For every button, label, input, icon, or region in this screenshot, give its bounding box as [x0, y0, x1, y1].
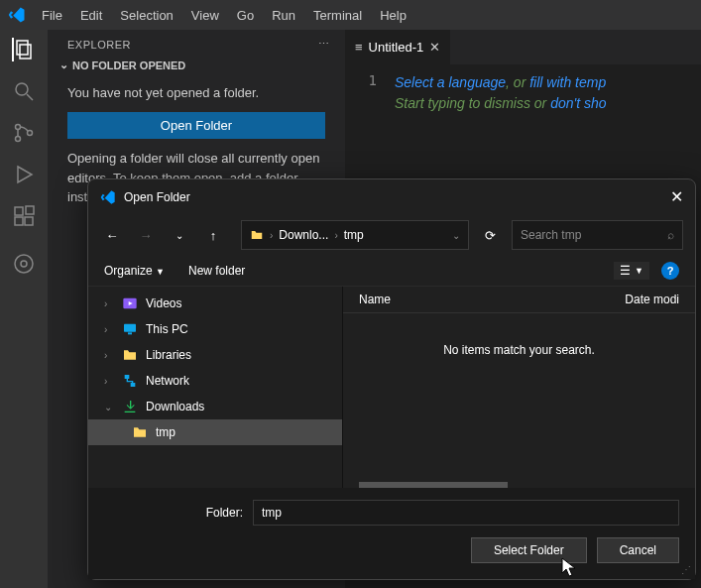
folder-icon: [250, 228, 264, 242]
svg-rect-8: [15, 217, 23, 225]
nav-up-icon[interactable]: ↑: [201, 223, 225, 247]
new-folder-button[interactable]: New folder: [188, 264, 245, 278]
crumb-downloads[interactable]: Downlo...: [279, 228, 328, 242]
close-tab-icon[interactable]: ✕: [429, 40, 440, 55]
editor-placeholder[interactable]: Select a language, or fill with temp Sta…: [395, 72, 607, 114]
menu-selection[interactable]: Selection: [112, 4, 180, 27]
svg-point-4: [16, 125, 21, 130]
column-name[interactable]: Name: [359, 293, 625, 306]
remote-icon[interactable]: [12, 252, 36, 276]
organize-button[interactable]: Organize ▼: [104, 264, 165, 278]
source-control-icon[interactable]: [12, 121, 36, 145]
svg-point-2: [16, 83, 28, 95]
svg-rect-9: [25, 217, 33, 225]
horizontal-scrollbar[interactable]: [359, 482, 508, 488]
chevron-right-icon: ›: [104, 298, 114, 309]
tree-item-libraries[interactable]: ›Libraries: [88, 342, 342, 368]
search-icon[interactable]: [12, 79, 36, 103]
run-debug-icon[interactable]: [12, 163, 36, 186]
empty-message: No items match your search.: [343, 313, 695, 387]
help-icon[interactable]: ?: [661, 262, 679, 280]
tree-item-network[interactable]: ›Network: [88, 368, 342, 394]
search-placeholder: Search tmp: [521, 228, 581, 242]
no-folder-section[interactable]: ⌄ NO FOLDER OPENED: [48, 55, 345, 75]
network-icon: [122, 373, 138, 389]
download-icon: [122, 399, 138, 414]
chevron-down-icon: ▼: [156, 267, 165, 277]
refresh-icon[interactable]: ⟳: [485, 228, 496, 243]
folder-tree: ›Videos ›This PC ›Libraries ›Network ⌄Do…: [88, 287, 342, 488]
extensions-icon[interactable]: [12, 204, 36, 228]
chevron-right-icon: ›: [270, 230, 273, 241]
activity-bar: [0, 30, 48, 588]
menu-go[interactable]: Go: [229, 4, 262, 27]
svg-rect-1: [20, 45, 31, 59]
section-label: NO FOLDER OPENED: [72, 59, 185, 71]
search-icon: ⌕: [667, 228, 674, 242]
menu-view[interactable]: View: [183, 4, 227, 27]
menu-run[interactable]: Run: [264, 4, 303, 27]
svg-rect-17: [131, 383, 136, 387]
crumb-tmp[interactable]: tmp: [344, 228, 364, 242]
chevron-right-icon: ›: [104, 350, 114, 361]
svg-rect-7: [15, 207, 23, 215]
chevron-down-icon: ⌄: [104, 402, 114, 412]
svg-point-12: [21, 261, 27, 267]
cancel-button[interactable]: Cancel: [597, 537, 679, 563]
tree-item-downloads[interactable]: ⌄Downloads: [88, 394, 342, 419]
resize-grip-icon[interactable]: ⋰: [681, 564, 691, 575]
line-number: 1: [345, 72, 395, 114]
open-folder-button[interactable]: Open Folder: [67, 112, 325, 139]
chevron-down-icon[interactable]: ⌄: [452, 230, 460, 241]
chevron-down-icon: ⌄: [59, 59, 68, 71]
more-icon[interactable]: ⋯: [318, 38, 330, 51]
pc-icon: [122, 321, 138, 337]
explorer-title: EXPLORER: [67, 39, 131, 51]
svg-point-6: [28, 131, 33, 136]
svg-rect-14: [124, 324, 136, 332]
videos-icon: [122, 295, 138, 311]
svg-line-3: [27, 94, 33, 100]
vscode-logo-icon: [8, 6, 26, 24]
select-folder-button[interactable]: Select Folder: [471, 537, 587, 563]
path-breadcrumb[interactable]: › Downlo... › tmp ⌄: [241, 220, 469, 250]
folder-icon: [122, 347, 138, 363]
nav-back-icon[interactable]: ←: [100, 223, 124, 247]
tree-item-thispc[interactable]: ›This PC: [88, 316, 342, 342]
column-date[interactable]: Date modi: [625, 293, 679, 306]
vscode-logo-icon: [100, 189, 116, 205]
chevron-right-icon: ›: [104, 324, 114, 335]
folder-field-label: Folder:: [104, 506, 243, 520]
menu-file[interactable]: File: [34, 4, 70, 27]
folder-name-input[interactable]: [253, 500, 679, 526]
tab-label: Untitled-1: [369, 40, 424, 55]
view-mode-button[interactable]: ☰ ▼: [614, 262, 649, 280]
svg-point-5: [16, 137, 21, 142]
menu-edit[interactable]: Edit: [72, 4, 110, 27]
svg-rect-16: [125, 375, 130, 379]
tree-item-tmp[interactable]: tmp: [88, 419, 342, 445]
editor-tabs: ≡ Untitled-1 ✕: [345, 30, 701, 64]
svg-rect-15: [128, 332, 132, 334]
explorer-icon[interactable]: [12, 38, 36, 61]
no-folder-message: You have not yet opened a folder.: [67, 85, 325, 100]
tree-item-videos[interactable]: ›Videos: [88, 291, 342, 316]
folder-icon: [132, 424, 148, 440]
chevron-right-icon: ›: [334, 230, 337, 241]
dialog-title: Open Folder: [124, 190, 190, 204]
chevron-right-icon: ›: [104, 376, 114, 387]
menu-terminal[interactable]: Terminal: [305, 4, 370, 27]
close-dialog-icon[interactable]: ✕: [670, 187, 683, 206]
search-input[interactable]: Search tmp ⌕: [512, 220, 683, 250]
open-folder-dialog: Open Folder ✕ ← → ⌄ ↑ › Downlo... › tmp …: [87, 178, 696, 580]
tab-untitled[interactable]: ≡ Untitled-1 ✕: [345, 30, 450, 64]
svg-rect-10: [26, 206, 34, 214]
nav-recent-icon[interactable]: ⌄: [168, 223, 191, 247]
file-icon: ≡: [355, 40, 363, 55]
svg-point-11: [15, 255, 33, 273]
svg-rect-0: [17, 41, 28, 55]
menu-help[interactable]: Help: [372, 4, 414, 27]
nav-forward-icon[interactable]: →: [134, 223, 158, 247]
file-list: Name Date modi No items match your searc…: [342, 287, 695, 488]
menubar: File Edit Selection View Go Run Terminal…: [0, 0, 701, 30]
